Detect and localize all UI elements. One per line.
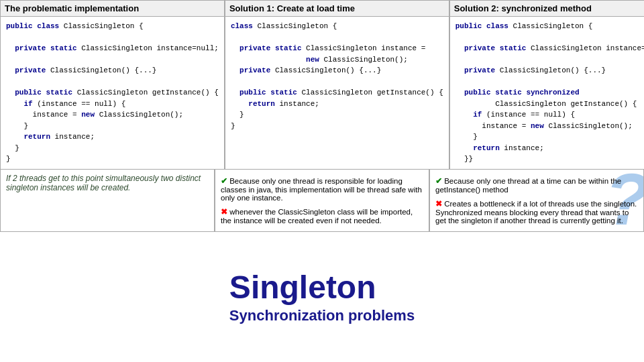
column-problematic: The problematic implementation public cl… (0, 0, 225, 170)
code-line: return instance; (6, 131, 219, 143)
code-line: } (231, 121, 443, 132)
code-line: class ClassicSingleton { (231, 21, 443, 32)
bullet-check-1: ✔ Because only one thread is responsible… (221, 176, 423, 202)
bullet-check-2: ✔ Because only one thread at a time can … (435, 176, 638, 194)
code-line (6, 76, 219, 88)
singleton-subtitle: Synchronization problems (229, 307, 415, 324)
main-container: The problematic implementation public cl… (0, 0, 644, 362)
code-line: public static ClassicSingleton getInstan… (231, 87, 443, 99)
bullet-cross-2: ✖ Creates a bottleneck if a lot of threa… (435, 199, 638, 225)
bullet-cross-1: ✖ whenever the ClassicSingleton class wi… (221, 207, 423, 225)
code-line (455, 54, 644, 66)
cross-icon: ✖ (221, 208, 227, 216)
footer-content: Singleton Synchronization problems (229, 269, 415, 324)
warning-text: If 2 threads get to this point simultane… (6, 174, 209, 192)
code-line (455, 32, 644, 44)
code-line: private static ClassicSingleton instance… (6, 43, 219, 54)
code-line: public static synchronized (455, 87, 644, 99)
description-section: If 2 threads get to this point simultane… (0, 170, 644, 232)
cross-icon-2: ✖ (435, 200, 442, 208)
bullet-text: whenever the ClassicSingleton class will… (221, 208, 413, 225)
desc-col-solution1: ✔ Because only one thread is responsible… (215, 170, 429, 232)
code-line: return instance; (231, 99, 443, 110)
bullet-text: Because only one thread is responsible f… (221, 177, 422, 202)
code-line: ClassicSingleton getInstance() { (455, 99, 644, 110)
code-line: private ClassicSingleton() {...} (455, 65, 644, 76)
code-block-solution1: class ClassicSingleton { private static … (225, 17, 449, 169)
desc-col-problematic: If 2 threads get to this point simultane… (0, 170, 215, 232)
column-solution2: Solution 2: synchronized method public c… (449, 0, 644, 170)
code-line: if (instance == null) { (455, 109, 644, 121)
code-line: public class ClassicSingleton { (455, 21, 644, 32)
code-line: } (231, 109, 443, 121)
code-line (231, 32, 443, 44)
singleton-title: Singleton (229, 269, 415, 306)
code-line (6, 54, 219, 66)
check-icon-2: ✔ (435, 177, 442, 185)
code-line: } (6, 121, 219, 132)
bullet-text: Creates a bottleneck if a lot of threads… (435, 200, 637, 225)
header-solution2: Solution 2: synchronized method (450, 1, 644, 17)
code-line: instance = new ClassicSingleton(); (6, 109, 219, 121)
code-block-solution2: public class ClassicSingleton { private … (450, 17, 644, 169)
code-line: public class ClassicSingleton { (6, 21, 219, 32)
bottom-section: Singleton Synchronization problems (0, 232, 644, 363)
code-line (231, 76, 443, 88)
code-line: instance = new ClassicSingleton(); (455, 121, 644, 132)
check-icon: ✔ (221, 177, 227, 185)
code-line: private static ClassicSingleton instance… (455, 43, 644, 54)
code-line: } (6, 143, 219, 154)
code-line: private ClassicSingleton() {...} (231, 65, 443, 76)
code-line: private ClassicSingleton() {...} (6, 65, 219, 76)
code-line: } (6, 154, 219, 165)
code-line (6, 32, 219, 44)
code-line: new ClassicSingleton(); (231, 54, 443, 66)
header-problematic: The problematic implementation (1, 1, 224, 17)
code-line: } (455, 131, 644, 143)
code-line: return instance; (455, 143, 644, 154)
code-line (455, 76, 644, 88)
code-line: }} (455, 154, 644, 165)
code-line: private static ClassicSingleton instance… (231, 43, 443, 54)
top-section: The problematic implementation public cl… (0, 0, 644, 170)
header-solution1: Solution 1: Create at load time (225, 1, 449, 17)
desc-col-solution2: ? ✔ Because only one thread at a time ca… (429, 170, 644, 232)
bullet-text: Because only one thread at a time can be… (435, 177, 621, 194)
code-line: if (instance == null) { (6, 99, 219, 110)
code-line: public static ClassicSingleton getInstan… (6, 87, 219, 99)
column-solution1: Solution 1: Create at load time class Cl… (225, 0, 449, 170)
code-block-problematic: public class ClassicSingleton { private … (1, 17, 224, 169)
